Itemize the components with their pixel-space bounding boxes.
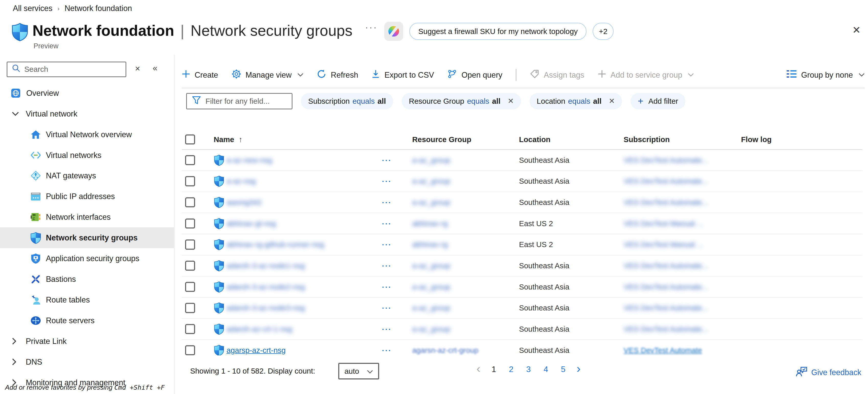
subscription-link[interactable]: VES DevTest Manual ... — [624, 219, 703, 228]
display-count-select[interactable]: auto — [338, 363, 379, 380]
copilot-more-suggestions-button[interactable]: +2 — [593, 23, 613, 40]
row-checkbox[interactable] — [185, 176, 195, 186]
add-filter-button[interactable]: + Add filter — [630, 93, 685, 109]
more-actions-icon[interactable]: ··· — [382, 325, 392, 333]
resource-group-link[interactable]: a-az_group — [412, 156, 450, 165]
select-all-checkbox[interactable] — [185, 134, 195, 144]
column-header-subscription[interactable]: Subscription — [624, 135, 670, 144]
resource-group-link[interactable]: abhinav-rg — [412, 219, 448, 228]
page-button-1[interactable]: 1 — [490, 365, 498, 374]
subscription-link[interactable]: VES DevTest Automate... — [624, 198, 708, 207]
nsg-name-link[interactable]: adarsh-3-az-node1-nsg — [226, 261, 305, 270]
column-header-flow-log[interactable]: Flow log — [741, 135, 772, 144]
assign-tags-button[interactable]: Assign tags — [530, 69, 584, 80]
nsg-name-link[interactable]: adarsh-3-az-node3-nsg — [226, 303, 305, 312]
row-checkbox[interactable] — [185, 261, 195, 271]
row-checkbox[interactable] — [185, 155, 195, 165]
row-checkbox[interactable] — [185, 240, 195, 250]
nsg-name-link[interactable]: a-az-new-nsg — [226, 156, 272, 165]
column-header-location[interactable]: Location — [519, 135, 551, 144]
resource-group-link[interactable]: agarsn-az-crt-group — [412, 346, 478, 355]
sidebar-item-route-servers[interactable]: Route servers — [0, 310, 174, 331]
export-csv-button[interactable]: Export to CSV — [371, 69, 434, 80]
more-actions-icon[interactable]: ··· — [382, 283, 392, 291]
nsg-name-link[interactable]: abhinav-rg-github-runner-nsg — [226, 240, 324, 249]
breadcrumb-all-services[interactable]: All services — [13, 4, 53, 13]
filter-pill-resource-group[interactable]: Resource Groupequalsall✕ — [402, 93, 521, 109]
sidebar-search-box[interactable] — [7, 62, 126, 77]
page-button-2[interactable]: 2 — [507, 365, 515, 374]
subscription-link[interactable]: VES DevTest Automate... — [624, 177, 708, 186]
group-by-button[interactable]: Group by none — [787, 70, 865, 80]
column-header-name[interactable]: Name↑ — [214, 135, 243, 144]
nsg-name-link[interactable]: adarsh-3-az-node2-nsg — [226, 283, 305, 291]
breadcrumb-network-foundation[interactable]: Network foundation — [64, 4, 132, 13]
more-actions-icon[interactable]: ··· — [382, 219, 392, 228]
row-checkbox[interactable] — [185, 345, 195, 355]
remove-filter-icon[interactable]: ✕ — [609, 97, 615, 105]
open-query-button[interactable]: Open query — [447, 69, 502, 80]
more-actions-icon[interactable]: ··· — [382, 198, 392, 206]
sidebar-item-application-security-groups[interactable]: Application security groups — [0, 248, 174, 269]
previous-page-icon[interactable]: ‹ — [476, 363, 480, 374]
refresh-button[interactable]: Refresh — [317, 69, 358, 80]
filter-pill-subscription[interactable]: Subscriptionequalsall — [301, 93, 393, 109]
close-icon[interactable]: ✕ — [852, 24, 861, 36]
subscription-link[interactable]: VES DevTest Automate — [624, 346, 702, 355]
row-checkbox[interactable] — [185, 282, 195, 292]
column-header-resource-group[interactable]: Resource Group — [412, 135, 471, 144]
filter-input[interactable] — [206, 97, 287, 105]
more-actions-icon[interactable]: ··· — [382, 240, 392, 249]
nsg-name-link[interactable]: aasmg342 — [226, 198, 262, 207]
sidebar-collapse-icon[interactable]: « — [153, 63, 157, 73]
sidebar-item-route-tables[interactable]: Route tables — [0, 290, 174, 310]
resource-group-link[interactable]: a-az_group — [412, 261, 450, 270]
subscription-link[interactable]: VES DevTest Automate... — [624, 156, 708, 165]
remove-filter-icon[interactable]: ✕ — [508, 97, 514, 105]
resource-group-link[interactable]: abhinav-rg — [412, 240, 448, 249]
sidebar-item-dns[interactable]: DNS — [0, 352, 174, 372]
row-checkbox[interactable] — [185, 324, 195, 334]
more-actions-icon[interactable]: ··· — [382, 262, 392, 270]
sidebar-item-public-ip-addresses[interactable]: Public IP addresses — [0, 186, 174, 207]
nsg-name-link[interactable]: a-az-nsg — [226, 177, 256, 186]
resource-group-link[interactable]: a-az_group — [412, 325, 450, 333]
sidebar-item-network-interfaces[interactable]: Network interfaces — [0, 207, 174, 227]
sidebar-item-virtual-network-overview[interactable]: Virtual Network overview — [0, 124, 174, 145]
resource-group-link[interactable]: a-az_group — [412, 177, 450, 186]
give-feedback-link[interactable]: Give feedback — [796, 366, 861, 379]
page-button-3[interactable]: 3 — [525, 365, 533, 374]
row-checkbox[interactable] — [185, 303, 195, 313]
more-actions-icon[interactable]: ··· — [382, 346, 392, 354]
search-input[interactable] — [24, 65, 121, 74]
nsg-name-link[interactable]: agarsp-az-crt-nsg — [226, 346, 286, 355]
page-button-5[interactable]: 5 — [559, 365, 567, 374]
subscription-link[interactable]: VES DevTest Automate... — [624, 283, 708, 291]
filter-field-box[interactable] — [186, 93, 292, 109]
nsg-name-link[interactable]: abhinav-gl-nsg — [226, 219, 276, 228]
copilot-suggestion-button[interactable]: Suggest a firewall SKU for my network to… — [409, 23, 587, 40]
copilot-button[interactable] — [384, 22, 403, 41]
sidebar-item-network-security-groups[interactable]: Network security groups — [0, 227, 174, 248]
row-checkbox[interactable] — [185, 219, 195, 228]
subscription-link[interactable]: VES DevTest Automate... — [624, 325, 708, 333]
title-more-icon[interactable]: ··· — [365, 23, 378, 32]
more-actions-icon[interactable]: ··· — [382, 177, 392, 186]
subscription-link[interactable]: VES DevTest Automate... — [624, 261, 708, 270]
subscription-link[interactable]: VES DevTest Automate... — [624, 303, 708, 312]
next-page-icon[interactable]: › — [577, 363, 580, 374]
sidebar-item-nat-gateways[interactable]: NAT gateways — [0, 166, 174, 186]
sidebar-item-virtual-network[interactable]: Virtual network — [0, 103, 174, 124]
sidebar-item-bastions[interactable]: Bastions — [0, 269, 174, 290]
manage-view-button[interactable]: Manage view — [231, 69, 304, 80]
search-clear-icon[interactable]: ✕ — [135, 65, 141, 73]
row-checkbox[interactable] — [185, 197, 195, 207]
subscription-link[interactable]: VES DevTest Manual ... — [624, 240, 703, 249]
more-actions-icon[interactable]: ··· — [382, 156, 392, 164]
resource-group-link[interactable]: a-az_group — [412, 283, 450, 291]
sidebar-item-overview[interactable]: Overview — [0, 83, 174, 103]
resource-group-link[interactable]: a-az_group — [412, 303, 450, 312]
filter-pill-location[interactable]: Locationequalsall✕ — [529, 93, 622, 109]
create-button[interactable]: Create — [182, 70, 218, 80]
nsg-name-link[interactable]: adarsh-az-crt-1-nsg — [226, 325, 292, 333]
